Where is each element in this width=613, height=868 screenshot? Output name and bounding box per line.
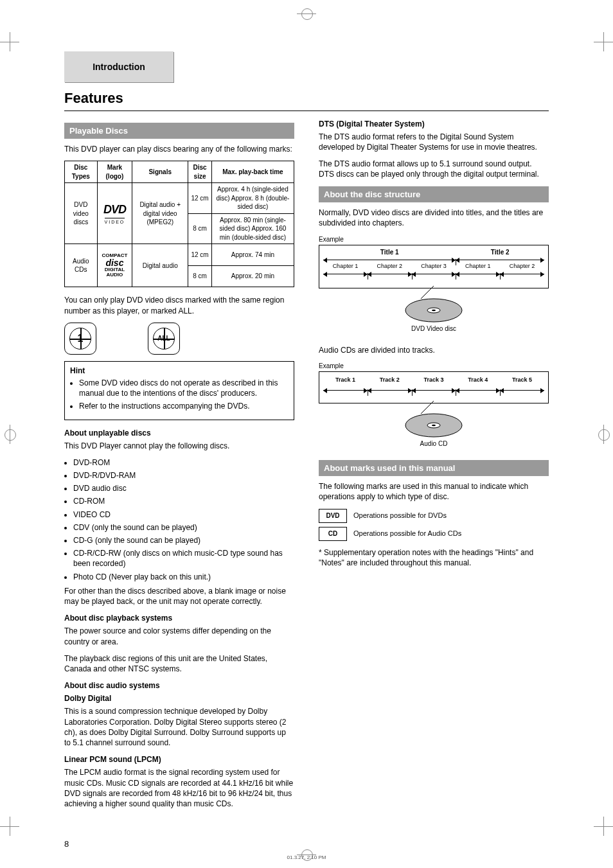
table-row: DVD video discs DVD VIDEO Digital audio … (65, 183, 294, 214)
diagram-caption: Example (319, 235, 549, 244)
cell-cd-8cm-play: Approx. 20 min (211, 265, 294, 287)
page-title: Features (64, 89, 549, 111)
track-segment: Track 2 (368, 376, 412, 384)
unplayable-list: DVD-ROM DVD-R/DVD-RAM DVD audio disc CD-… (64, 457, 294, 582)
cd-mark-text: Operations possible for Audio CDs (353, 529, 461, 538)
cell-cd-signals: Digital audio (132, 244, 188, 287)
arrow-span-icon (412, 274, 456, 278)
arrow-span-icon (323, 274, 368, 278)
registration-mark (297, 4, 316, 23)
dvd-mark-text: Operations possible for DVDs (353, 511, 447, 520)
arrow-span-icon (323, 390, 368, 394)
globe-icon: 1 (69, 328, 91, 350)
disc-icon (395, 401, 472, 439)
cell-cd-12cm-play: Approx. 74 min (211, 244, 294, 266)
track-segment: Track 3 (412, 376, 456, 384)
registration-mark (0, 425, 19, 444)
list-item: Photo CD (Never play back on this unit.) (73, 572, 294, 582)
cell-dvd-12cm: 12 cm (188, 183, 212, 214)
region-note: You can only play DVD video discs marked… (64, 295, 294, 315)
chapter-segment: Chapter 1 (456, 262, 500, 270)
list-item: Refer to the instructions accompanying t… (79, 401, 289, 411)
two-column-layout: Playable Discs This DVD player can play … (64, 119, 549, 815)
cell-dvd-logo: DVD VIDEO (97, 183, 132, 244)
cd-structure-diagram: Example Track 1 Track 2 Track 3 Track 4 … (319, 362, 549, 448)
supplementary-note: * Supplementary operation notes with the… (319, 547, 549, 568)
cell-cd-8cm: 8 cm (188, 265, 212, 287)
th-max-play: Max. play-back time (211, 161, 294, 183)
hint-list: Some DVD video discs do not operate as d… (70, 378, 289, 412)
globe-icon: ALL (153, 328, 175, 350)
right-column: DTS (Digital Theater System) The DTS aud… (319, 119, 549, 815)
cell-dvd-12cm-play: Approx. 4 h (single-sided disc) Approx. … (211, 183, 294, 214)
arrow-span-icon (368, 390, 412, 394)
th-disc-size: Disc size (188, 161, 212, 183)
diagram-caption: Example (319, 362, 549, 371)
hint-title: Hint (70, 366, 289, 376)
playback-text1: The power source and color systems diffe… (64, 626, 294, 646)
region-number: 1 (78, 332, 84, 346)
arrow-span-icon (500, 390, 544, 394)
chapter-segment: Chapter 2 (368, 262, 412, 270)
disc-icon (395, 286, 472, 324)
cd-mark-icon: CD (319, 527, 347, 541)
region-all-text: ALL (157, 334, 170, 343)
cropmark (594, 817, 613, 836)
dvd-structure-diagram: Example Title 1 Title 2 Chapter 1 (319, 235, 549, 333)
track-segment: Track 4 (456, 376, 500, 384)
dolby-label: Dolby Digital (64, 693, 294, 704)
dvd-structure-intro: Normally, DVD video discs are divided in… (319, 208, 549, 228)
chapter-segment: Chapter 3 (412, 262, 456, 270)
hint-block: Hint Some DVD video discs do not operate… (64, 361, 294, 420)
svg-point-7 (432, 425, 436, 427)
arrow-span-icon (500, 274, 544, 278)
list-item: CD-G (only the sound can be played) (73, 535, 294, 545)
list-item: DVD-R/DVD-RAM (73, 470, 294, 481)
playable-intro: This DVD player can play discs bearing a… (64, 144, 294, 154)
list-item: DVD audio disc (73, 483, 294, 493)
list-item: VIDEO CD (73, 509, 294, 520)
cropmark (594, 32, 613, 51)
chapter-segment: Chapter 2 (500, 262, 544, 270)
page: Introduction Features Playable Discs Thi… (0, 0, 613, 868)
dolby-text: This is a sound compression technique de… (64, 706, 294, 748)
svg-point-3 (432, 310, 436, 312)
region-icons-row: 1 ALL (64, 323, 294, 355)
th-mark: Mark (logo) (97, 161, 132, 183)
dvd-logo-icon: DVD VIDEO (100, 202, 130, 226)
unplayable-note: For other than the discs described above… (64, 586, 294, 607)
unplayable-intro: This DVD Player cannot play the followin… (64, 441, 294, 451)
arrow-span-icon (456, 274, 500, 278)
th-signals: Signals (132, 161, 188, 183)
track-segment: Track 1 (323, 376, 368, 384)
cell-dvd-type: DVD video discs (65, 183, 98, 244)
subhead-disc-structure: About the disc structure (319, 186, 549, 203)
heading-audio-systems: About disc audio systems (64, 680, 294, 691)
list-item: CD-R/CD-RW (only discs on which music-CD… (73, 548, 294, 569)
arrow-span-icon (456, 390, 500, 394)
list-item: Some DVD video discs do not operate as d… (79, 378, 289, 398)
dvd-mark-icon: DVD (319, 509, 347, 523)
cell-dvd-8cm-play: Approx. 80 min (single-sided disc) Appro… (211, 213, 294, 244)
section-tab: Introduction (64, 51, 173, 82)
lpcm-label: Linear PCM sound (LPCM) (64, 754, 294, 765)
playback-text2: The playback disc regions of this unit a… (64, 653, 294, 674)
dvd-mark-row: DVD Operations possible for DVDs (319, 509, 549, 523)
diagram-box: Track 1 Track 2 Track 3 Track 4 Track 5 (319, 371, 549, 403)
cell-cd-12cm: 12 cm (188, 244, 212, 266)
cd-structure-intro: Audio CDs are divided into tracks. (319, 345, 549, 355)
marks-intro: The following marks are used in this man… (319, 481, 549, 502)
left-column: Playable Discs This DVD player can play … (64, 119, 294, 815)
table-header-row: Disc Types Mark (logo) Signals Disc size… (65, 161, 294, 183)
dts-text1: The DTS audio format refers to the Digit… (319, 132, 549, 152)
registration-mark (594, 425, 613, 444)
subhead-marks: About marks used in this manual (319, 460, 549, 477)
cropmark (0, 32, 19, 51)
cell-cd-type: Audio CDs (65, 244, 98, 287)
dts-text2: The DTS audio format allows up to 5.1 su… (319, 159, 549, 179)
region-1-icon: 1 (64, 323, 96, 355)
cropmark (0, 817, 19, 836)
cell-dvd-8cm: 8 cm (188, 213, 212, 244)
table-row: Audio CDs COMPACT disc DIGITAL AUDIO Dig… (65, 244, 294, 266)
heading-unplayable: About unplayable discs (64, 428, 294, 438)
